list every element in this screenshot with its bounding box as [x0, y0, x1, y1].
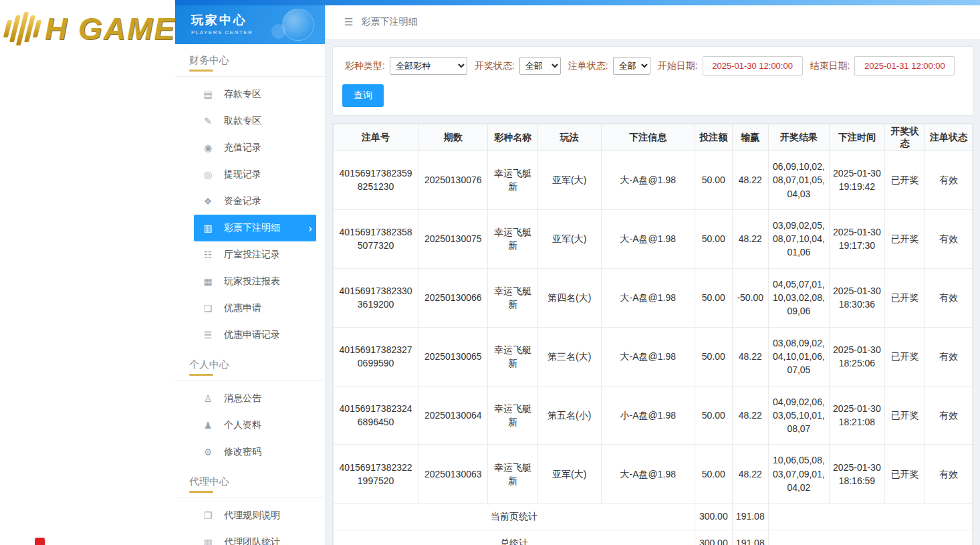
table-row: 40156917382327069959020250130065幸运飞艇新第三名… [334, 327, 973, 386]
sidebar-item-profile[interactable]: ♟个人资料 [194, 412, 316, 439]
table-cell: 大-A盘@1.98 [601, 445, 695, 504]
profile-icon: ♟ [202, 420, 214, 431]
ball-decoration-small-icon [271, 24, 286, 39]
column-header: 下注信息 [601, 124, 695, 151]
table-row: 40156917382359825123020250130076幸运飞艇新亚军(… [334, 151, 973, 210]
sidebar-item-cashout-record[interactable]: ◎提现记录 [194, 161, 316, 188]
section-underline [189, 491, 213, 493]
column-header: 下注时间 [829, 124, 884, 151]
sidebar-item-label: 代理规则说明 [224, 510, 280, 522]
sidebar-item-player-bet-report[interactable]: ▦玩家投注报表 [194, 268, 316, 295]
hall-bet-record-icon: ☷ [202, 249, 214, 260]
table-cell: 48.22 [732, 327, 768, 386]
table-cell: 401569173823585077320 [334, 209, 418, 268]
table-cell: 20250130075 [418, 209, 488, 268]
table-cell: 04,09,02,06,03,05,10,01,08,07 [769, 386, 830, 445]
sidebar-item-label: 优惠申请 [224, 302, 261, 314]
table-cell: 幸运飞艇新 [488, 268, 538, 327]
table-cell: 2025-01-30 18:21:08 [829, 386, 884, 445]
table-cell: 亚军(大) [537, 151, 601, 210]
end-date-input[interactable] [854, 56, 955, 76]
sidebar-item-label: 彩票下注明细 [224, 222, 280, 234]
table-cell: 第三名(大) [537, 327, 601, 386]
sidebar-item-promo-apply-record[interactable]: ☰优惠申请记录 [194, 322, 316, 348]
table-cell: 20250130063 [418, 445, 488, 504]
table-cell: 有效 [925, 327, 973, 386]
start-date-input[interactable] [703, 56, 803, 76]
column-header: 期数 [418, 124, 488, 151]
search-button[interactable]: 查询 [342, 84, 384, 107]
table-cell: 20250130065 [418, 327, 488, 386]
column-header: 输赢 [732, 124, 768, 151]
table-cell: 已开奖 [884, 386, 925, 445]
promo-apply-record-icon: ☰ [202, 330, 214, 340]
sidebar-item-lottery-bet-detail[interactable]: ▥彩票下注明细› [194, 215, 316, 241]
sidebar-item-message-announcement[interactable]: ♙消息公告 [194, 385, 316, 412]
lottery-type-select[interactable]: 全部彩种 [390, 57, 467, 75]
summary-cell [769, 530, 973, 545]
table-cell: 第四名(大) [537, 268, 601, 327]
change-password-icon: ⚙ [202, 447, 214, 457]
column-header: 彩种名称 [488, 124, 538, 151]
filter-panel: 彩种类型: 全部彩种 开奖状态: 全部 注单状态: 全部 开始日期: 结束日期:… [332, 46, 973, 116]
order-status-select[interactable]: 全部 [613, 57, 650, 75]
sidebar-section-title: 个人中心 [175, 348, 325, 381]
table-cell: 小-A盘@1.98 [601, 386, 695, 445]
table-cell: 48.22 [732, 151, 768, 210]
table-cell: 401569173823221997520 [334, 445, 418, 504]
promo-apply-icon: ❏ [202, 303, 214, 314]
column-header: 玩法 [537, 124, 601, 151]
draw-status-label: 开奖状态: [475, 60, 515, 72]
top-accent-bar [175, 0, 980, 5]
table-cell: 亚军(大) [537, 209, 601, 268]
summary-cell: 300.00 [695, 530, 732, 545]
sidebar-item-hall-bet-record[interactable]: ☷厅室投注记录 [194, 241, 316, 268]
sidebar-item-label: 提现记录 [224, 169, 261, 181]
table-cell: 大-A盘@1.98 [601, 327, 695, 386]
table-cell: 已开奖 [884, 151, 925, 210]
filter-row: 彩种类型: 全部彩种 开奖状态: 全部 注单状态: 全部 开始日期: 结束日期: [342, 56, 963, 76]
draw-status-select[interactable]: 全部 [519, 57, 561, 75]
table-cell: 50.00 [695, 268, 732, 327]
table-cell: 401569173823598251230 [334, 151, 418, 210]
sidebar-item-change-password[interactable]: ⚙修改密码 [194, 439, 316, 465]
sidebar-item-label: 个人资料 [224, 419, 261, 431]
table-cell: 50.00 [695, 386, 732, 445]
bets-table: 注单号期数彩种名称玩法下注信息投注额输赢开奖结果下注时间开奖状态注单状态 401… [333, 124, 973, 545]
sidebar-item-label: 充值记录 [224, 142, 261, 154]
sidebar-item-deposit[interactable]: ▤存款专区 [194, 81, 316, 108]
menu-icon[interactable]: ☰ [344, 16, 353, 28]
table-cell: 大-A盘@1.98 [601, 151, 695, 210]
sidebar-item-agent-rules[interactable]: ❒代理规则说明 [194, 502, 316, 529]
logo-bars-icon [1, 11, 44, 46]
summary-cell: 191.08 [732, 530, 768, 545]
funds-record-icon: ❖ [202, 196, 214, 207]
table-row: 40156917382358507732020250130075幸运飞艇新亚军(… [334, 209, 973, 268]
order-status-label: 注单状态: [568, 60, 608, 72]
table-row: 40156917382322199752020250130063幸运飞艇新亚军(… [334, 445, 973, 504]
table-cell: 48.22 [732, 209, 768, 268]
table-cell: 20250130066 [418, 268, 488, 327]
red-badge-icon [35, 538, 45, 545]
table-cell: 48.22 [732, 386, 768, 445]
sidebar-section-title: 代理中心 [175, 465, 325, 498]
summary-cell: 300.00 [695, 504, 732, 530]
table-cell: 2025-01-30 18:30:36 [829, 268, 884, 327]
sidebar-item-funds-record[interactable]: ❖资金记录 [194, 188, 316, 215]
table-cell: 有效 [925, 386, 973, 445]
table-cell: 50.00 [695, 327, 732, 386]
sidebar-nav: 财务中心▤存款专区✎取款专区◉充值记录◎提现记录❖资金记录▥彩票下注明细›☷厅室… [175, 44, 325, 545]
table-cell: 03,08,09,02,04,10,01,06,07,05 [769, 327, 830, 386]
agent-rules-icon: ❒ [202, 510, 214, 521]
table-cell: 2025-01-30 18:16:59 [829, 445, 884, 504]
table-cell: 2025-01-30 18:25:06 [829, 327, 884, 386]
table-cell: 已开奖 [884, 209, 925, 268]
sidebar-item-promo-apply[interactable]: ❏优惠申请 [194, 295, 316, 322]
sidebar-item-withdraw[interactable]: ✎取款专区 [194, 108, 316, 134]
table-cell: 已开奖 [884, 445, 925, 504]
end-date-label: 结束日期: [810, 60, 850, 72]
sidebar-item-agent-team-stats[interactable]: ▥代理团队统计 [194, 529, 316, 545]
sidebar-item-recharge-record[interactable]: ◉充值记录 [194, 134, 316, 161]
message-announcement-icon: ♙ [202, 393, 214, 404]
table-row: 40156917382324689645020250130064幸运飞艇新第五名… [334, 386, 973, 445]
